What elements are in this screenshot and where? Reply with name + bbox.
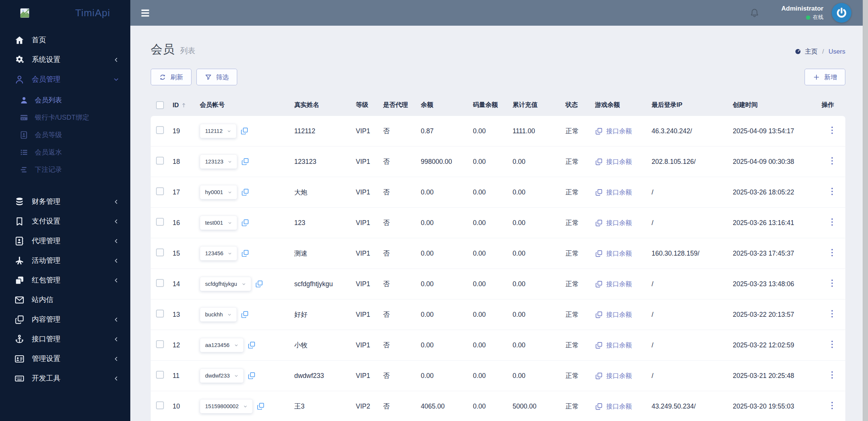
row-checkbox[interactable] xyxy=(156,310,164,318)
copy-account-icon[interactable] xyxy=(240,127,249,135)
breadcrumb-home-link[interactable]: 主页 xyxy=(805,47,818,56)
refresh-button[interactable]: 刷新 xyxy=(151,69,192,85)
sidebar-item-代理管理[interactable]: 代理管理 xyxy=(0,231,130,251)
game-balance-link[interactable]: 接口余额 xyxy=(606,280,632,288)
game-balance-link[interactable]: 接口余额 xyxy=(606,402,632,411)
copy-game-balance-icon[interactable] xyxy=(595,127,603,135)
copy-game-balance-icon[interactable] xyxy=(595,250,603,258)
row-checkbox[interactable] xyxy=(156,371,164,379)
row-actions-kebab-icon[interactable] xyxy=(828,187,836,196)
copy-game-balance-icon[interactable] xyxy=(595,188,603,196)
row-checkbox[interactable] xyxy=(156,187,164,195)
copy-game-balance-icon[interactable] xyxy=(595,158,603,166)
sidebar-item-站内信[interactable]: 站内信 xyxy=(0,290,130,310)
game-balance-link[interactable]: 接口余额 xyxy=(606,310,632,319)
column-header-code_balance: 码量余额 xyxy=(473,101,513,109)
column-label: 状态 xyxy=(565,101,578,109)
account-select[interactable]: 112112 xyxy=(200,124,236,138)
cell-real-name: 大炮 xyxy=(294,188,356,197)
filter-button[interactable]: 筛选 xyxy=(196,69,237,85)
sidebar-item-接口管理[interactable]: 接口管理 xyxy=(0,329,130,349)
select-all-checkbox[interactable] xyxy=(156,101,164,109)
user-avatar[interactable] xyxy=(832,3,851,23)
row-actions-kebab-icon[interactable] xyxy=(828,156,836,165)
user-name: Administrator xyxy=(782,5,823,12)
row-actions-kebab-icon[interactable] xyxy=(828,309,836,318)
row-checkbox[interactable] xyxy=(156,340,164,348)
sidebar-item-管理设置[interactable]: 管理设置 xyxy=(0,349,130,369)
notifications-bell-icon[interactable] xyxy=(749,8,760,18)
copy-game-balance-icon[interactable] xyxy=(595,341,603,349)
sidebar-item-系统设置[interactable]: 系统设置 xyxy=(0,50,130,69)
sidebar-item-活动管理[interactable]: 活动管理 xyxy=(0,251,130,270)
sidebar-subitem-会员列表[interactable]: 会员列表 xyxy=(0,91,130,109)
sidebar-toggle-hamburger-icon[interactable] xyxy=(140,8,150,18)
copy-game-balance-icon[interactable] xyxy=(595,311,603,319)
row-actions-kebab-icon[interactable] xyxy=(828,126,836,135)
sidebar-item-开发工具[interactable]: 开发工具 xyxy=(0,369,130,388)
row-checkbox[interactable] xyxy=(156,218,164,226)
copy-account-icon[interactable] xyxy=(241,310,249,319)
sort-up-icon[interactable] xyxy=(181,102,187,108)
row-checkbox[interactable] xyxy=(156,401,164,409)
copy-game-balance-icon[interactable] xyxy=(595,372,603,380)
account-select[interactable]: hy0001 xyxy=(200,185,237,199)
game-balance-link[interactable]: 接口余额 xyxy=(606,127,632,136)
copy-account-icon[interactable] xyxy=(247,372,256,380)
sidebar-item-财务管理[interactable]: 财务管理 xyxy=(0,192,130,211)
account-select[interactable]: test001 xyxy=(200,216,237,230)
copy-account-icon[interactable] xyxy=(255,280,263,288)
account-select[interactable]: aa123456 xyxy=(200,338,244,352)
column-header-id[interactable]: ID xyxy=(173,102,200,109)
user-block[interactable]: Administrator 在线 xyxy=(782,5,823,21)
account-select[interactable]: 123456 xyxy=(200,246,237,261)
sidebar-item-首页[interactable]: 首页 xyxy=(0,30,130,50)
cell-account: 123123 xyxy=(200,154,294,169)
sidebar-item-label: 代理管理 xyxy=(32,236,60,246)
row-checkbox[interactable] xyxy=(156,126,164,134)
game-balance-link[interactable]: 接口余额 xyxy=(606,157,632,166)
row-actions-kebab-icon[interactable] xyxy=(828,340,836,349)
copy-account-icon[interactable] xyxy=(247,341,256,349)
sidebar-item-内容管理[interactable]: 内容管理 xyxy=(0,310,130,329)
row-actions-kebab-icon[interactable] xyxy=(828,217,836,227)
game-balance-link[interactable]: 接口余额 xyxy=(606,219,632,227)
cell-game-balance: 接口余额 xyxy=(595,157,652,166)
row-checkbox[interactable] xyxy=(156,157,164,165)
envelope-icon xyxy=(14,295,25,305)
sidebar-item-支付设置[interactable]: 支付设置 xyxy=(0,211,130,231)
account-select[interactable]: buckhh xyxy=(200,307,237,322)
copy-game-balance-icon[interactable] xyxy=(595,280,603,288)
copy-account-icon[interactable] xyxy=(241,219,249,227)
sidebar-subitem-银行卡/USDT绑定[interactable]: 银行卡/USDT绑定 xyxy=(0,109,130,126)
row-checkbox[interactable] xyxy=(156,279,164,287)
game-balance-link[interactable]: 接口余额 xyxy=(606,341,632,350)
sidebar-subitem-会员返水[interactable]: 会员返水 xyxy=(0,143,130,161)
page-scrollbar[interactable] xyxy=(863,0,868,421)
copy-game-balance-icon[interactable] xyxy=(595,402,603,410)
row-actions-kebab-icon[interactable] xyxy=(828,370,836,379)
copy-account-icon[interactable] xyxy=(241,249,249,258)
row-actions-kebab-icon[interactable] xyxy=(828,279,836,288)
copy-game-balance-icon[interactable] xyxy=(595,219,603,227)
sidebar-item-红包管理[interactable]: 红包管理 xyxy=(0,270,130,290)
row-checkbox[interactable] xyxy=(156,248,164,256)
game-balance-link[interactable]: 接口余额 xyxy=(606,188,632,197)
sidebar-subitem-会员等级[interactable]: 会员等级 xyxy=(0,126,130,143)
copy-account-icon[interactable] xyxy=(256,402,265,410)
row-actions-kebab-icon[interactable] xyxy=(828,401,836,410)
sidebar-logo-row[interactable]: TimiApi xyxy=(0,0,130,26)
account-select[interactable]: 15159800002 xyxy=(200,399,253,413)
game-balance-link[interactable]: 接口余额 xyxy=(606,372,632,380)
breadcrumb-current-link[interactable]: Users xyxy=(829,48,845,56)
copy-account-icon[interactable] xyxy=(241,157,249,166)
account-select[interactable]: dwdwf233 xyxy=(200,369,244,383)
add-button[interactable]: 新增 xyxy=(805,69,845,85)
copy-account-icon[interactable] xyxy=(241,188,249,196)
sidebar-item-会员管理[interactable]: 会员管理 xyxy=(0,69,130,89)
sidebar-subitem-下注记录[interactable]: 下注记录 xyxy=(0,161,130,178)
row-actions-kebab-icon[interactable] xyxy=(828,248,836,257)
account-select[interactable]: scfdgfhtjykgu xyxy=(200,277,251,291)
game-balance-link[interactable]: 接口余额 xyxy=(606,249,632,258)
account-select[interactable]: 123123 xyxy=(200,154,237,169)
